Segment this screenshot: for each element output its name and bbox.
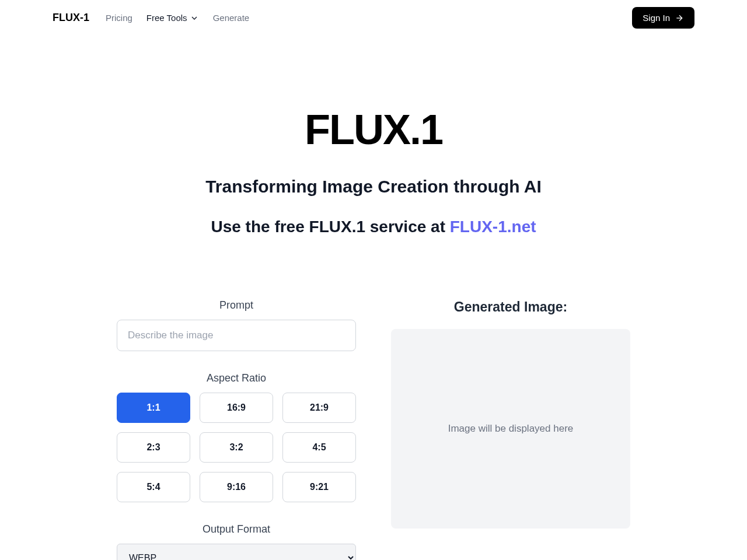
aspect-btn-2-3[interactable]: 2:3 xyxy=(117,432,190,463)
nav-free-tools-label: Free Tools xyxy=(146,13,187,23)
nav-generate[interactable]: Generate xyxy=(213,13,250,23)
hero-subtitle: Transforming Image Creation through AI xyxy=(0,177,747,197)
nav-free-tools[interactable]: Free Tools xyxy=(146,13,199,23)
preview-section: Generated Image: Image will be displayed… xyxy=(391,299,630,560)
output-section: Output Format WEBP xyxy=(117,523,356,560)
logo[interactable]: FLUX-1 xyxy=(53,12,89,24)
output-label: Output Format xyxy=(117,523,356,536)
hero-cta-prefix: Use the free FLUX.1 service at xyxy=(211,218,449,236)
aspect-btn-9-21[interactable]: 9:21 xyxy=(282,472,356,502)
aspect-btn-3-2[interactable]: 3:2 xyxy=(200,432,273,463)
hero: FLUX.1 Transforming Image Creation throu… xyxy=(0,36,747,271)
nav: Pricing Free Tools Generate xyxy=(106,13,249,23)
form-section: Prompt Aspect Ratio 1:1 16:9 21:9 2:3 3:… xyxy=(117,299,356,560)
chevron-down-icon xyxy=(190,13,199,23)
sign-in-label: Sign In xyxy=(643,13,670,23)
prompt-group: Prompt xyxy=(117,299,356,351)
prompt-label: Prompt xyxy=(117,299,356,312)
aspect-label: Aspect Ratio xyxy=(117,372,356,384)
output-select[interactable]: WEBP xyxy=(117,544,356,560)
nav-pricing[interactable]: Pricing xyxy=(106,13,132,23)
sign-in-button[interactable]: Sign In xyxy=(632,7,694,29)
aspect-btn-16-9[interactable]: 16:9 xyxy=(200,393,273,423)
prompt-input[interactable] xyxy=(117,320,356,351)
hero-cta: Use the free FLUX.1 service at FLUX-1.ne… xyxy=(0,218,747,236)
hero-cta-link[interactable]: FLUX-1.net xyxy=(450,218,536,236)
aspect-grid: 1:1 16:9 21:9 2:3 3:2 4:5 5:4 9:16 9:21 xyxy=(117,393,356,502)
preview-title: Generated Image: xyxy=(391,299,630,315)
header: FLUX-1 Pricing Free Tools Generate Sign … xyxy=(0,0,747,36)
preview-placeholder: Image will be displayed here xyxy=(448,423,574,435)
aspect-btn-1-1[interactable]: 1:1 xyxy=(117,393,190,423)
aspect-btn-9-16[interactable]: 9:16 xyxy=(200,472,273,502)
aspect-btn-4-5[interactable]: 4:5 xyxy=(282,432,356,463)
header-left: FLUX-1 Pricing Free Tools Generate xyxy=(53,12,249,24)
aspect-btn-21-9[interactable]: 21:9 xyxy=(282,393,356,423)
logo-text: FLUX-1 xyxy=(53,12,89,24)
aspect-btn-5-4[interactable]: 5:4 xyxy=(117,472,190,502)
hero-title: FLUX.1 xyxy=(0,106,747,153)
main-content: Prompt Aspect Ratio 1:1 16:9 21:9 2:3 3:… xyxy=(93,271,654,560)
arrow-right-icon xyxy=(675,13,684,23)
aspect-section: Aspect Ratio 1:1 16:9 21:9 2:3 3:2 4:5 5… xyxy=(117,372,356,502)
preview-box: Image will be displayed here xyxy=(391,329,630,528)
